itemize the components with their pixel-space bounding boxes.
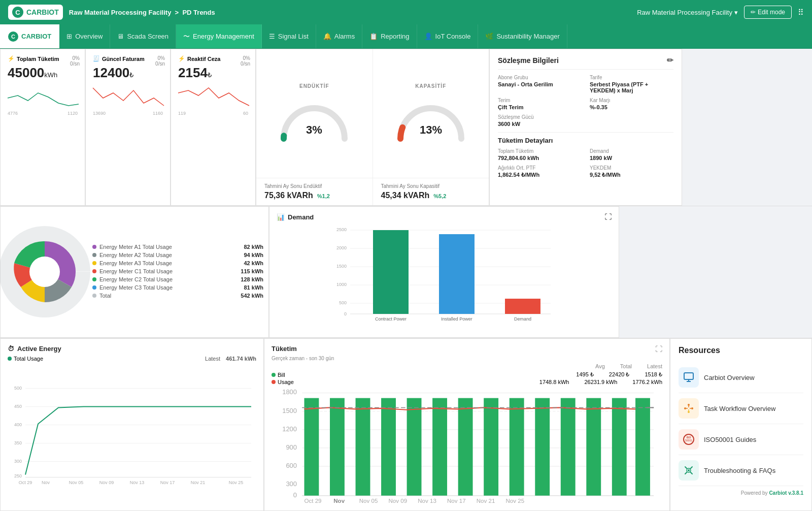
breadcrumb-facility: Raw Material Processing Facility: [69, 9, 172, 16]
nav-logo: C CARBIOT: [0, 24, 59, 48]
contract-title: Sözleşme Bilgileri: [498, 56, 559, 65]
svg-text:600: 600: [286, 462, 297, 469]
svg-rect-67: [612, 398, 627, 496]
facility-name: Raw Material Processing Facility: [637, 9, 732, 16]
contract-terim: Terim Çift Terim: [498, 98, 582, 110]
tuketim-section: Tüketim Gerçek zaman - son 30 gün ⛶ Avg …: [264, 338, 670, 511]
svg-rect-18: [439, 234, 475, 314]
header-logo[interactable]: C CARBIOT: [8, 5, 63, 20]
gauge-row: ENDÜKTİF 3% KAPASİTİF 13%: [256, 49, 489, 178]
gauge-bottom-enduktif-pct: %1,2: [317, 193, 330, 199]
nav-item-sustain[interactable]: 🌿 Sustanibility Manager: [478, 24, 567, 48]
latest-label: Latest: [647, 363, 662, 369]
resources-title: Resources: [679, 346, 803, 355]
svg-rect-57: [356, 398, 370, 496]
tuketim-chart: 1800 1500 1200 900 600 300 0: [272, 387, 662, 504]
svg-text:Nov: Nov: [42, 480, 50, 485]
nav-item-overview[interactable]: ⊞ Overview: [59, 24, 110, 48]
kpi-toplam-title: ⚡ Toplam Tüketim: [8, 55, 78, 62]
stat-latest: Latest: [647, 363, 662, 369]
svg-text:350: 350: [14, 440, 22, 445]
bill-legend: Bill: [272, 372, 285, 378]
tuketim-title-group: Tüketim Gerçek zaman - son 30 gün: [272, 345, 334, 361]
gauge-bottom-enduktif: Tahmini Ay Sonu Endüktif 75,36 kVARh %1,…: [256, 178, 373, 205]
svg-rect-65: [561, 398, 576, 496]
scada-icon: 🖥: [117, 33, 124, 40]
kpi-guncel-title: 🧾 Güncel Faturam: [93, 55, 163, 62]
svg-text:0: 0: [344, 311, 347, 316]
nav-item-reporting[interactable]: 📋 Reporting: [362, 24, 417, 48]
kpi-toplam-change: 0% 0/sn: [70, 55, 80, 67]
nav-item-alarms[interactable]: 🔔 Alarms: [316, 24, 362, 48]
resource-carbiot-overview[interactable]: Carbiot Overview: [679, 362, 803, 393]
gauge-bottom: Tahmini Ay Sonu Endüktif 75,36 kVARh %1,…: [256, 178, 489, 205]
nav-label-energy: Energy Management: [193, 33, 254, 40]
tuketim-subtitle: Gerçek zaman - son 30 gün: [272, 356, 334, 361]
svg-rect-59: [407, 398, 422, 496]
svg-text:Oct 29: Oct 29: [304, 498, 321, 504]
usage-legend: Usage: [272, 379, 294, 385]
tuketim-bill-row: Bill 1495 ₺ 22420 ₺ 1518 ₺: [272, 371, 662, 378]
resource-task-workflow[interactable]: Task Workflow Overview: [679, 393, 803, 424]
gauge-bottom-kapasitif-value: 45,34 kVARh: [381, 191, 430, 200]
edit-icon[interactable]: ✏: [667, 55, 673, 65]
active-energy-legend: Total Usage: [8, 356, 43, 362]
nav-item-energy[interactable]: 〜 Energy Management: [176, 24, 262, 48]
tuketim-expand-icon[interactable]: ⛶: [655, 345, 662, 353]
nav-item-scada[interactable]: 🖥 Scada Screen: [110, 24, 176, 48]
facility-selector[interactable]: Raw Material Processing Facility ▾: [637, 9, 738, 16]
svg-point-3: [29, 257, 60, 287]
bill-dot: [272, 373, 276, 377]
kpi-section: ⚡ Toplam Tüketim 0% 0/sn 45000kWh 4776: [0, 49, 256, 206]
logo-text: CARBIOT: [26, 8, 59, 16]
gauge-kapasitif-svg: 13%: [390, 93, 471, 144]
gauge-enduktif-label: ENDÜKTİF: [299, 83, 329, 89]
resource-iso50001[interactable]: ISO 50001 ISO50001 Guides: [679, 424, 803, 455]
nav-logo-text: CARBIOT: [21, 33, 51, 40]
kpi-reaktif-title: ⚡ Reaktif Ceza: [178, 55, 248, 62]
kpi-reaktif-chart: 119 60: [178, 83, 248, 116]
expand-icon[interactable]: ⛶: [604, 213, 612, 221]
kpi-guncel-value: 12400₺: [93, 65, 163, 81]
svg-text:2500: 2500: [336, 227, 347, 232]
usage-dot: [272, 380, 276, 384]
tuketim-usage-row: Usage 1748.8 kWh 26231.9 kWh 1776.2 kWh: [272, 379, 662, 385]
nav-label-overview: Overview: [75, 33, 103, 40]
edit-mode-button[interactable]: ✏ Edit mode: [744, 6, 792, 19]
svg-text:Nov 21: Nov 21: [477, 498, 495, 504]
demand-icon: 📊: [277, 213, 285, 221]
kpi-toplam-value: 45000kWh: [8, 65, 78, 81]
svg-text:1500: 1500: [282, 407, 297, 414]
powered-by-link[interactable]: Carbiot v.3.8.1: [769, 490, 803, 496]
contract-spacer: [619, 206, 812, 338]
tuketim-header: Tüketim Gerçek zaman - son 30 gün ⛶: [272, 345, 662, 361]
svg-point-94: [688, 469, 690, 471]
top-header: C CARBIOT Raw Material Processing Facili…: [0, 0, 812, 24]
consumption-toplam: Toplam Tüketim 792,804.60 kWh: [498, 148, 582, 161]
active-energy-icon: ⏱: [8, 345, 14, 353]
demand-title: 📊 Demand ⛶: [277, 213, 612, 221]
grid-icon[interactable]: ⠿: [798, 8, 804, 17]
gauge-bottom-kapasitif-label: Tahmini Ay Sonu Kapasitif: [381, 183, 481, 189]
lightning-icon: ⚡: [8, 55, 15, 62]
nav-item-iot[interactable]: 👤 IoT Console: [417, 24, 479, 48]
svg-text:Contract Power: Contract Power: [375, 316, 407, 322]
pie-item-a2: Energy Meter A2 Total Usage 94 kWh: [92, 252, 263, 258]
nav-bar: C CARBIOT ⊞ Overview 🖥 Scada Screen 〜 En…: [0, 24, 812, 49]
resource-troubleshooting[interactable]: Troubleshooting & FAQs: [679, 455, 803, 486]
kpi-toplam: ⚡ Toplam Tüketim 0% 0/sn 45000kWh 4776: [0, 49, 85, 206]
pie-legend: Energy Meter A1 Total Usage 82 kWh Energ…: [84, 244, 263, 301]
usage-stats: 1748.8 kWh 26231.9 kWh 1776.2 kWh: [539, 379, 662, 385]
svg-rect-79: [684, 373, 693, 379]
svg-text:Nov: Nov: [333, 498, 345, 504]
legend-dot-usage: [8, 357, 12, 361]
nav-item-signal[interactable]: ☰ Signal List: [262, 24, 316, 48]
contract-divider: [498, 132, 673, 133]
bill-stats: 1495 ₺ 22420 ₺ 1518 ₺: [576, 371, 662, 378]
svg-text:2000: 2000: [336, 245, 347, 250]
svg-text:Nov 17: Nov 17: [160, 480, 175, 485]
kpi-guncel-change: 0% 0/sn: [155, 55, 165, 67]
svg-point-82: [684, 407, 686, 409]
task-workflow-icon: [679, 398, 699, 419]
kpi-reaktif-change: 0% 0/sn: [241, 55, 250, 67]
